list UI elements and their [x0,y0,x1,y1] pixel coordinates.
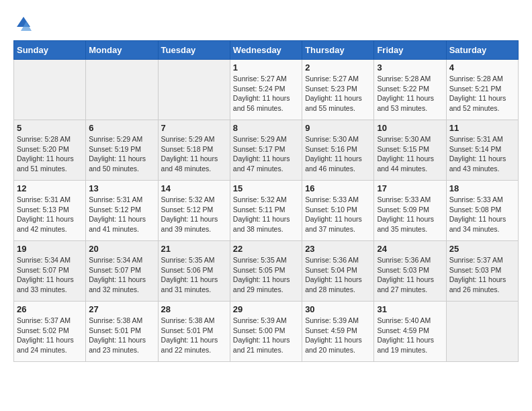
day-number: 27 [89,304,154,314]
day-number: 14 [161,183,227,193]
day-info: Sunrise: 5:36 AM Sunset: 5:04 PM Dayligh… [305,255,371,295]
day-info: Sunrise: 5:30 AM Sunset: 5:16 PM Dayligh… [305,134,371,174]
day-number: 31 [377,304,443,314]
day-info: Sunrise: 5:37 AM Sunset: 5:02 PM Dayligh… [17,316,83,355]
weekday-header-thursday: Thursday [302,41,374,60]
logo-icon [13,13,34,34]
day-number: 9 [305,123,371,133]
day-number: 19 [17,244,83,254]
calendar-cell: 27Sunrise: 5:38 AM Sunset: 5:01 PM Dayli… [86,302,158,362]
day-number: 23 [305,244,371,254]
calendar-cell: 14Sunrise: 5:32 AM Sunset: 5:12 PM Dayli… [158,181,230,241]
day-number: 28 [161,304,227,314]
calendar-cell: 8Sunrise: 5:29 AM Sunset: 5:17 PM Daylig… [230,120,302,181]
day-info: Sunrise: 5:27 AM Sunset: 5:24 PM Dayligh… [233,74,299,113]
day-info: Sunrise: 5:31 AM Sunset: 5:14 PM Dayligh… [449,134,515,174]
day-number: 22 [233,244,299,254]
calendar-cell: 5Sunrise: 5:28 AM Sunset: 5:20 PM Daylig… [14,120,86,181]
calendar-week-row: 1Sunrise: 5:27 AM Sunset: 5:24 PM Daylig… [14,60,519,120]
day-number: 29 [233,304,299,314]
calendar-cell: 3Sunrise: 5:28 AM Sunset: 5:22 PM Daylig… [374,60,446,120]
calendar-week-row: 12Sunrise: 5:31 AM Sunset: 5:13 PM Dayli… [14,181,519,241]
calendar-cell: 7Sunrise: 5:29 AM Sunset: 5:18 PM Daylig… [158,120,230,181]
weekday-header-wednesday: Wednesday [230,41,302,60]
calendar-cell: 16Sunrise: 5:33 AM Sunset: 5:10 PM Dayli… [302,181,374,241]
calendar-cell: 17Sunrise: 5:33 AM Sunset: 5:09 PM Dayli… [374,181,446,241]
calendar-cell: 26Sunrise: 5:37 AM Sunset: 5:02 PM Dayli… [14,302,86,362]
day-info: Sunrise: 5:28 AM Sunset: 5:20 PM Dayligh… [17,134,83,174]
day-number: 30 [305,304,371,314]
calendar-cell [14,60,86,120]
day-number: 16 [305,183,371,193]
day-number: 10 [377,123,443,133]
day-info: Sunrise: 5:36 AM Sunset: 5:03 PM Dayligh… [377,255,443,295]
day-info: Sunrise: 5:34 AM Sunset: 5:07 PM Dayligh… [17,255,83,295]
calendar-cell: 30Sunrise: 5:39 AM Sunset: 4:59 PM Dayli… [302,302,374,362]
weekday-header-saturday: Saturday [446,41,518,60]
day-number: 21 [161,244,227,254]
calendar-cell: 11Sunrise: 5:31 AM Sunset: 5:14 PM Dayli… [446,120,518,181]
calendar-cell: 19Sunrise: 5:34 AM Sunset: 5:07 PM Dayli… [14,241,86,302]
calendar-cell: 20Sunrise: 5:34 AM Sunset: 5:07 PM Dayli… [86,241,158,302]
day-number: 1 [233,62,299,73]
day-info: Sunrise: 5:40 AM Sunset: 4:59 PM Dayligh… [377,316,443,355]
calendar-cell: 23Sunrise: 5:36 AM Sunset: 5:04 PM Dayli… [302,241,374,302]
day-number: 7 [161,123,227,133]
day-info: Sunrise: 5:39 AM Sunset: 5:00 PM Dayligh… [233,316,299,355]
calendar-week-row: 19Sunrise: 5:34 AM Sunset: 5:07 PM Dayli… [14,241,519,302]
calendar-cell: 15Sunrise: 5:32 AM Sunset: 5:11 PM Dayli… [230,181,302,241]
day-number: 11 [449,123,515,133]
day-info: Sunrise: 5:38 AM Sunset: 5:01 PM Dayligh… [89,316,154,355]
calendar-cell: 18Sunrise: 5:33 AM Sunset: 5:08 PM Dayli… [446,181,518,241]
day-number: 4 [449,62,515,73]
calendar-cell: 1Sunrise: 5:27 AM Sunset: 5:24 PM Daylig… [230,60,302,120]
calendar-cell: 2Sunrise: 5:27 AM Sunset: 5:23 PM Daylig… [302,60,374,120]
calendar-cell: 29Sunrise: 5:39 AM Sunset: 5:00 PM Dayli… [230,302,302,362]
day-info: Sunrise: 5:34 AM Sunset: 5:07 PM Dayligh… [89,255,154,295]
calendar-cell: 24Sunrise: 5:36 AM Sunset: 5:03 PM Dayli… [374,241,446,302]
logo [13,13,36,34]
day-info: Sunrise: 5:33 AM Sunset: 5:09 PM Dayligh… [377,195,443,234]
day-info: Sunrise: 5:35 AM Sunset: 5:05 PM Dayligh… [233,255,299,295]
day-info: Sunrise: 5:28 AM Sunset: 5:22 PM Dayligh… [377,74,443,113]
day-info: Sunrise: 5:35 AM Sunset: 5:06 PM Dayligh… [161,255,227,295]
day-number: 24 [377,244,443,254]
day-info: Sunrise: 5:33 AM Sunset: 5:10 PM Dayligh… [305,195,371,234]
calendar-cell: 28Sunrise: 5:38 AM Sunset: 5:01 PM Dayli… [158,302,230,362]
calendar-cell: 22Sunrise: 5:35 AM Sunset: 5:05 PM Dayli… [230,241,302,302]
day-info: Sunrise: 5:33 AM Sunset: 5:08 PM Dayligh… [449,195,515,234]
calendar-week-row: 5Sunrise: 5:28 AM Sunset: 5:20 PM Daylig… [14,120,519,181]
day-number: 3 [377,62,443,73]
weekday-header-friday: Friday [374,41,446,60]
day-info: Sunrise: 5:29 AM Sunset: 5:18 PM Dayligh… [161,134,227,174]
calendar-cell [86,60,158,120]
calendar-cell: 6Sunrise: 5:29 AM Sunset: 5:19 PM Daylig… [86,120,158,181]
calendar-body: 1Sunrise: 5:27 AM Sunset: 5:24 PM Daylig… [14,60,519,362]
day-info: Sunrise: 5:29 AM Sunset: 5:17 PM Dayligh… [233,134,299,174]
calendar-cell: 4Sunrise: 5:28 AM Sunset: 5:21 PM Daylig… [446,60,518,120]
day-number: 6 [89,123,154,133]
day-info: Sunrise: 5:37 AM Sunset: 5:03 PM Dayligh… [449,255,515,295]
calendar-cell: 12Sunrise: 5:31 AM Sunset: 5:13 PM Dayli… [14,181,86,241]
day-number: 2 [305,62,371,73]
calendar-header: SundayMondayTuesdayWednesdayThursdayFrid… [14,41,519,60]
calendar-cell: 13Sunrise: 5:31 AM Sunset: 5:12 PM Dayli… [86,181,158,241]
day-number: 18 [449,183,515,193]
day-number: 12 [17,183,83,193]
day-info: Sunrise: 5:31 AM Sunset: 5:12 PM Dayligh… [89,195,154,234]
calendar-cell [446,302,518,362]
day-info: Sunrise: 5:39 AM Sunset: 4:59 PM Dayligh… [305,316,371,355]
day-number: 5 [17,123,83,133]
day-number: 17 [377,183,443,193]
calendar-week-row: 26Sunrise: 5:37 AM Sunset: 5:02 PM Dayli… [14,302,519,362]
day-info: Sunrise: 5:28 AM Sunset: 5:21 PM Dayligh… [449,74,515,113]
day-info: Sunrise: 5:30 AM Sunset: 5:15 PM Dayligh… [377,134,443,174]
day-info: Sunrise: 5:32 AM Sunset: 5:11 PM Dayligh… [233,195,299,234]
day-info: Sunrise: 5:38 AM Sunset: 5:01 PM Dayligh… [161,316,227,355]
day-info: Sunrise: 5:32 AM Sunset: 5:12 PM Dayligh… [161,195,227,234]
day-info: Sunrise: 5:29 AM Sunset: 5:19 PM Dayligh… [89,134,154,174]
day-info: Sunrise: 5:27 AM Sunset: 5:23 PM Dayligh… [305,74,371,113]
day-number: 13 [89,183,154,193]
day-number: 8 [233,123,299,133]
weekday-header-tuesday: Tuesday [158,41,230,60]
